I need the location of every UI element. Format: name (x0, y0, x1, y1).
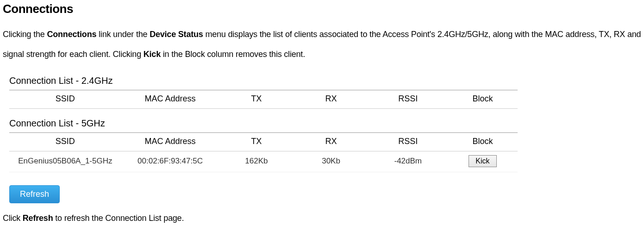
th-rssi: RSSI (369, 133, 448, 151)
intro-bold-kick: Kick (144, 50, 161, 59)
th-mac: MAC Address (121, 90, 219, 109)
table-header-row: SSID MAC Address TX RX RSSI Block (9, 133, 518, 151)
panel-heading-24ghz: Connection List - 2.4GHz (9, 75, 518, 86)
footer-text-2: to refresh the Connection List page. (53, 213, 184, 223)
th-ssid: SSID (9, 90, 121, 109)
th-tx: TX (219, 133, 294, 151)
intro-bold-device-status: Device Status (150, 30, 203, 39)
connection-list-panel: Connection List - 2.4GHz SSID MAC Addres… (9, 70, 518, 203)
footer-bold-refresh: Refresh (23, 213, 53, 223)
intro-paragraph: Clicking the Connections link under the … (3, 25, 641, 64)
th-mac: MAC Address (121, 133, 219, 151)
panel-heading-5ghz: Connection List - 5GHz (9, 118, 518, 129)
table-row: EnGenius05B06A_1-5GHz 00:02:6F:93:47:5C … (9, 151, 518, 172)
refresh-button[interactable]: Refresh (9, 185, 60, 203)
intro-text-2: link under the (96, 30, 150, 39)
table-header-row: SSID MAC Address TX RX RSSI Block (9, 90, 518, 109)
th-rssi: RSSI (369, 90, 448, 109)
footer-text-1: Click (3, 213, 23, 223)
th-block: Block (448, 133, 518, 151)
cell-block: Kick (448, 151, 518, 172)
connection-table-5ghz: SSID MAC Address TX RX RSSI Block EnGeni… (9, 132, 518, 172)
kick-button[interactable]: Kick (469, 155, 496, 167)
intro-bold-connections: Connections (47, 30, 96, 39)
cell-tx: 162Kb (219, 151, 294, 172)
th-rx: RX (294, 133, 368, 151)
th-tx: TX (219, 90, 294, 109)
cell-rssi: -42dBm (369, 151, 448, 172)
page-title: Connections (3, 2, 644, 16)
cell-mac: 00:02:6F:93:47:5C (121, 151, 219, 172)
intro-text-1: Clicking the (3, 30, 47, 39)
th-rx: RX (294, 90, 368, 109)
cell-rx: 30Kb (294, 151, 368, 172)
footer-paragraph: Click Refresh to refresh the Connection … (3, 213, 641, 223)
connection-table-24ghz: SSID MAC Address TX RX RSSI Block (9, 90, 518, 109)
th-ssid: SSID (9, 133, 121, 151)
th-block: Block (448, 90, 518, 109)
cell-ssid: EnGenius05B06A_1-5GHz (9, 151, 121, 172)
intro-text-4: in the Block column removes this client. (161, 50, 305, 59)
